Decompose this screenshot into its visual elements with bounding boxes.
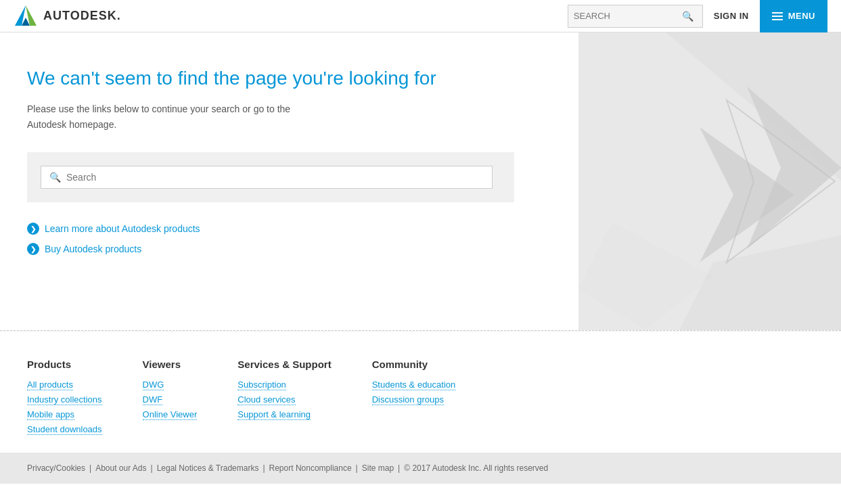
footer-nav: Products All products Industry collectio… <box>0 331 841 453</box>
menu-button[interactable]: MENU <box>760 0 827 32</box>
geo-decoration <box>578 32 841 330</box>
footer-link-discussion-groups[interactable]: Discussion groups <box>372 394 444 405</box>
learn-more-label: Learn more about Autodesk products <box>45 223 200 234</box>
search-input[interactable] <box>66 172 484 183</box>
error-title: We can't seem to find the page you're lo… <box>27 66 551 91</box>
footer-col-community: Community Students & education Discussio… <box>372 359 456 439</box>
search-container: 🔍 <box>27 152 514 202</box>
footer-sep-3: | <box>263 463 265 473</box>
footer-sitemap-link[interactable]: Site map <box>362 463 394 473</box>
signin-button[interactable]: SIGN IN <box>703 0 760 32</box>
footer-link-cloud-services[interactable]: Cloud services <box>237 394 295 405</box>
logo-area: AUTODESK. <box>14 4 121 28</box>
footer-col-products: Products All products Industry collectio… <box>27 359 102 439</box>
bottom-footer: Privacy/Cookies | About our Ads | Legal … <box>0 453 841 484</box>
footer-heading-services: Services & Support <box>237 359 331 370</box>
buy-products-label: Buy Autodesk products <box>45 244 141 254</box>
header-right: 🔍 SIGN IN MENU <box>568 0 827 32</box>
learn-more-link[interactable]: ❯ Learn more about Autodesk products <box>27 223 551 235</box>
svg-marker-7 <box>679 235 841 330</box>
logo-text: AUTODESK. <box>43 9 121 23</box>
menu-label: MENU <box>788 11 815 21</box>
footer-report-link[interactable]: Report Noncompliance <box>269 463 352 473</box>
footer-link-all-products[interactable]: All products <box>27 380 73 390</box>
footer-link-dwg[interactable]: DWG <box>143 380 164 390</box>
search-icon: 🔍 <box>49 172 61 183</box>
footer-about-ads-link[interactable]: About our Ads <box>95 463 146 473</box>
error-subtitle: Please use the links below to continue y… <box>27 101 551 132</box>
content-left: We can't seem to find the page you're lo… <box>0 32 578 330</box>
footer-link-student-downloads[interactable]: Student downloads <box>27 424 102 435</box>
menu-icon <box>772 12 783 20</box>
link-arrow-1: ❯ <box>27 223 39 235</box>
header-search-bar[interactable]: 🔍 <box>568 5 703 28</box>
footer-link-mobile-apps[interactable]: Mobile apps <box>27 409 74 420</box>
footer-privacy-link[interactable]: Privacy/Cookies <box>27 463 85 473</box>
footer-col-viewers: Viewers DWG DWF Online Viewer <box>143 359 198 439</box>
footer-sep-1: | <box>89 463 91 473</box>
footer-sep-5: | <box>398 463 400 473</box>
footer-link-subscription[interactable]: Subscription <box>237 380 286 390</box>
footer-heading-viewers: Viewers <box>143 359 198 370</box>
search-inner[interactable]: 🔍 <box>41 166 493 189</box>
footer-col-services: Services & Support Subscription Cloud se… <box>237 359 331 439</box>
footer-copyright: © 2017 Autodesk Inc. All rights reserved <box>404 463 548 473</box>
footer-sep-2: | <box>151 463 153 473</box>
footer-heading-products: Products <box>27 359 102 370</box>
links-section: ❯ Learn more about Autodesk products ❯ B… <box>27 223 551 255</box>
link-arrow-2: ❯ <box>27 243 39 255</box>
header-search-button[interactable]: 🔍 <box>682 11 694 22</box>
header-search-input[interactable] <box>574 11 682 21</box>
content-right <box>578 32 841 330</box>
header-left: AUTODESK. <box>14 4 121 28</box>
header: AUTODESK. 🔍 SIGN IN MENU <box>0 0 841 32</box>
buy-products-link[interactable]: ❯ Buy Autodesk products <box>27 243 551 255</box>
autodesk-logo-icon <box>14 4 38 28</box>
footer-link-support-learning[interactable]: Support & learning <box>237 409 311 420</box>
footer-link-students-education[interactable]: Students & education <box>372 380 456 390</box>
footer-legal-link[interactable]: Legal Notices & Trademarks <box>157 463 259 473</box>
footer-link-online-viewer[interactable]: Online Viewer <box>143 409 198 420</box>
footer-heading-community: Community <box>372 359 456 370</box>
footer-link-industry-collections[interactable]: Industry collections <box>27 394 102 405</box>
footer-link-dwf[interactable]: DWF <box>143 394 163 405</box>
footer-sep-4: | <box>356 463 358 473</box>
main-content: We can't seem to find the page you're lo… <box>0 32 841 330</box>
